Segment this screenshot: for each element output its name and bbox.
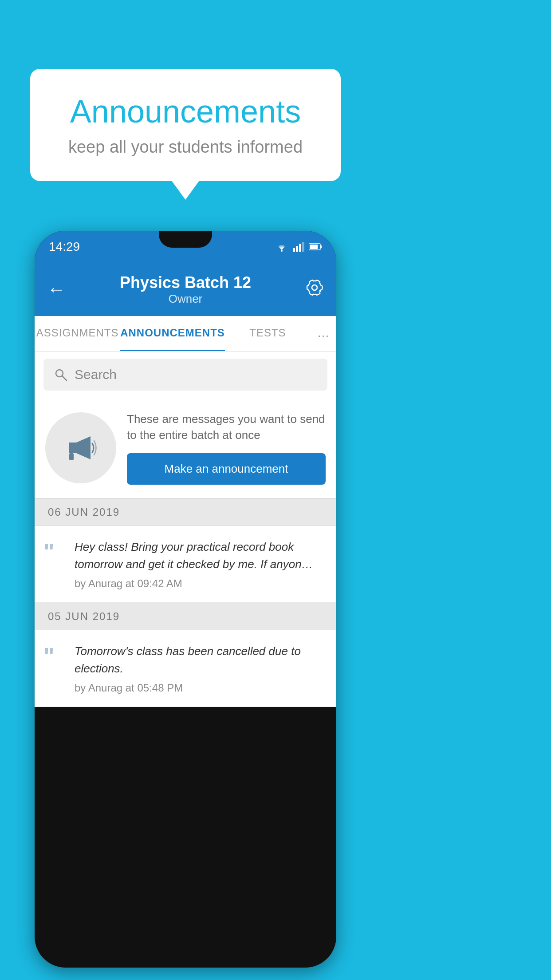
make-announcement-button[interactable]: Make an announcement xyxy=(127,453,326,485)
announcement-text-2: Tomorrow's class has been cancelled due … xyxy=(75,643,327,694)
svg-point-0 xyxy=(281,250,283,252)
tab-assignments[interactable]: ASSIGNMENTS xyxy=(35,316,120,351)
announcement-megaphone-icon xyxy=(45,412,116,483)
battery-icon xyxy=(309,243,322,251)
announcement-prompt-card: These are messages you want to send to t… xyxy=(35,398,336,498)
svg-line-9 xyxy=(62,376,67,380)
svg-rect-4 xyxy=(302,242,304,252)
announcement-prompt-right: These are messages you want to send to t… xyxy=(127,411,326,485)
svg-rect-11 xyxy=(69,453,74,460)
notch xyxy=(159,231,212,248)
wifi-icon xyxy=(275,242,288,252)
announcement-author-2: by Anurag at 05:48 PM xyxy=(75,682,327,694)
status-bar: 14:29 xyxy=(35,231,336,263)
announcement-message-2: Tomorrow's class has been cancelled due … xyxy=(75,643,327,677)
announcement-author-1: by Anurag at 09:42 AM xyxy=(75,577,327,590)
tab-announcements[interactable]: ANNOUNCEMENTS xyxy=(120,316,225,351)
search-bar-container: Search xyxy=(35,352,336,398)
tab-more[interactable]: … xyxy=(311,316,336,351)
bubble-subtitle: keep all your students informed xyxy=(57,138,314,157)
tabs-bar: ASSIGNMENTS ANNOUNCEMENTS TESTS … xyxy=(35,316,336,352)
app-bar-subtitle: Owner xyxy=(120,292,251,306)
announcement-item-2[interactable]: " Tomorrow's class has been cancelled du… xyxy=(35,630,336,707)
search-placeholder: Search xyxy=(75,367,117,382)
svg-rect-6 xyxy=(320,245,322,248)
speech-bubble-container: Announcements keep all your students inf… xyxy=(30,69,341,181)
app-bar: ← Physics Batch 12 Owner xyxy=(35,263,336,316)
announcement-message-1: Hey class! Bring your practical record b… xyxy=(75,538,327,573)
status-time: 14:29 xyxy=(49,240,80,254)
phone-content: Search These are messages you want to se… xyxy=(35,352,336,707)
search-bar[interactable]: Search xyxy=(43,359,327,391)
search-icon xyxy=(54,368,67,381)
tab-tests[interactable]: TESTS xyxy=(225,316,311,351)
back-button[interactable]: ← xyxy=(47,279,66,300)
svg-rect-2 xyxy=(296,246,298,252)
app-bar-title-group: Physics Batch 12 Owner xyxy=(120,273,251,306)
signal-icon xyxy=(293,242,304,252)
announcement-text-1: Hey class! Bring your practical record b… xyxy=(75,538,327,590)
app-bar-title: Physics Batch 12 xyxy=(120,273,251,292)
announcement-item-1[interactable]: " Hey class! Bring your practical record… xyxy=(35,526,336,603)
settings-icon[interactable] xyxy=(305,278,324,301)
status-icons xyxy=(275,242,322,252)
announcement-prompt-text: These are messages you want to send to t… xyxy=(127,411,326,443)
date-divider-2: 05 JUN 2019 xyxy=(35,603,336,630)
quote-icon-2: " xyxy=(43,644,66,668)
svg-rect-3 xyxy=(299,244,301,252)
phone-frame: 14:29 ← xyxy=(35,231,336,968)
speech-bubble: Announcements keep all your students inf… xyxy=(30,69,341,181)
bubble-title: Announcements xyxy=(57,93,314,130)
quote-icon-1: " xyxy=(43,540,66,563)
svg-rect-7 xyxy=(310,245,318,249)
svg-marker-10 xyxy=(69,443,76,453)
svg-rect-1 xyxy=(293,248,295,252)
date-divider-1: 06 JUN 2019 xyxy=(35,498,336,526)
